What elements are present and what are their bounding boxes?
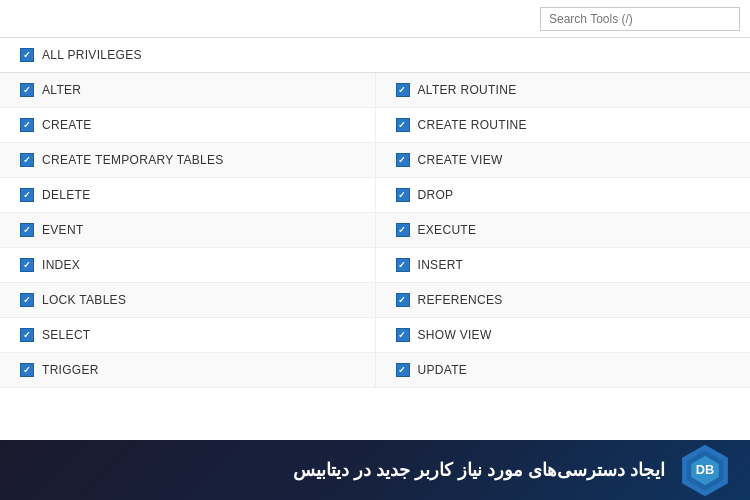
privilege-name-right-2: CREATE VIEW [418, 153, 503, 167]
bottom-banner: ایجاد دسترسی‌های مورد نیاز کاربر جدید در… [0, 440, 750, 500]
privilege-checkbox-label-left-8[interactable]: TRIGGER [20, 363, 355, 377]
privilege-checkbox-label-left-3[interactable]: DELETE [20, 188, 355, 202]
table-row: CREATE CREATE ROUTINE [0, 108, 750, 143]
privilege-checkbox-label-right-2[interactable]: CREATE VIEW [396, 153, 731, 167]
privilege-name-left-5: INDEX [42, 258, 80, 272]
privilege-cell-right: UPDATE [375, 353, 750, 388]
checkbox-icon-right-6 [396, 293, 410, 307]
privilege-name-left-1: CREATE [42, 118, 92, 132]
checkbox-icon-right-2 [396, 153, 410, 167]
privilege-table: ALTER ALTER ROUTINE CREATE CREATE ROUTIN… [0, 73, 750, 388]
privilege-cell-right: EXECUTE [375, 213, 750, 248]
privilege-name-left-7: SELECT [42, 328, 90, 342]
privilege-cell-right: CREATE VIEW [375, 143, 750, 178]
privilege-name-right-0: ALTER ROUTINE [418, 83, 517, 97]
privilege-checkbox-label-right-8[interactable]: UPDATE [396, 363, 731, 377]
table-row: SELECT SHOW VIEW [0, 318, 750, 353]
privilege-checkbox-label-right-6[interactable]: REFERENCES [396, 293, 731, 307]
privilege-cell-left: CREATE TEMPORARY TABLES [0, 143, 375, 178]
all-privileges-row: ALL PRIVILEGES [0, 38, 750, 73]
checkbox-icon-right-7 [396, 328, 410, 342]
privilege-cell-left: ALTER [0, 73, 375, 108]
checkbox-icon-left-0 [20, 83, 34, 97]
privilege-name-left-8: TRIGGER [42, 363, 99, 377]
privilege-cell-left: TRIGGER [0, 353, 375, 388]
privilege-name-right-3: DROP [418, 188, 454, 202]
table-row: TRIGGER UPDATE [0, 353, 750, 388]
checkbox-icon-right-5 [396, 258, 410, 272]
privilege-cell-left: SELECT [0, 318, 375, 353]
checkbox-icon-left-5 [20, 258, 34, 272]
privilege-checkbox-label-right-4[interactable]: EXECUTE [396, 223, 731, 237]
checkbox-icon-left-4 [20, 223, 34, 237]
privilege-checkbox-label-left-5[interactable]: INDEX [20, 258, 355, 272]
privilege-cell-left: CREATE [0, 108, 375, 143]
privilege-checkbox-label-right-1[interactable]: CREATE ROUTINE [396, 118, 731, 132]
table-row: ALTER ALTER ROUTINE [0, 73, 750, 108]
privilege-cell-left: LOCK TABLES [0, 283, 375, 318]
all-privileges-checkbox-label[interactable]: ALL PRIVILEGES [20, 48, 730, 62]
privilege-cell-left: INDEX [0, 248, 375, 283]
table-row: DELETE DROP [0, 178, 750, 213]
privilege-checkbox-label-right-0[interactable]: ALTER ROUTINE [396, 83, 731, 97]
privilege-cell-right: SHOW VIEW [375, 318, 750, 353]
privilege-checkbox-label-left-2[interactable]: CREATE TEMPORARY TABLES [20, 153, 355, 167]
checkbox-icon-left-2 [20, 153, 34, 167]
privilege-name-right-6: REFERENCES [418, 293, 503, 307]
privilege-checkbox-label-left-1[interactable]: CREATE [20, 118, 355, 132]
checkbox-icon-left-1 [20, 118, 34, 132]
privilege-cell-left: DELETE [0, 178, 375, 213]
privilege-checkbox-label-right-3[interactable]: DROP [396, 188, 731, 202]
privilege-checkbox-label-left-6[interactable]: LOCK TABLES [20, 293, 355, 307]
privilege-cell-right: REFERENCES [375, 283, 750, 318]
main-content: ALL PRIVILEGES ALTER ALTER ROUTINE CREAT… [0, 38, 750, 440]
checkbox-icon-right-4 [396, 223, 410, 237]
banner-logo-icon: DB [675, 443, 735, 498]
privilege-name-left-6: LOCK TABLES [42, 293, 126, 307]
all-privileges-label: ALL PRIVILEGES [42, 48, 142, 62]
banner-text: ایجاد دسترسی‌های مورد نیاز کاربر جدید در… [20, 459, 665, 481]
privilege-cell-left: EVENT [0, 213, 375, 248]
checkbox-icon-left-8 [20, 363, 34, 377]
privilege-cell-right: INSERT [375, 248, 750, 283]
table-row: CREATE TEMPORARY TABLES CREATE VIEW [0, 143, 750, 178]
privilege-name-left-0: ALTER [42, 83, 81, 97]
privilege-name-right-1: CREATE ROUTINE [418, 118, 527, 132]
top-bar [0, 0, 750, 38]
checkbox-icon-right-0 [396, 83, 410, 97]
checkbox-icon-right-8 [396, 363, 410, 377]
privilege-checkbox-label-right-7[interactable]: SHOW VIEW [396, 328, 731, 342]
checkbox-icon-left-6 [20, 293, 34, 307]
privilege-name-right-8: UPDATE [418, 363, 468, 377]
search-input[interactable] [540, 7, 740, 31]
table-row: EVENT EXECUTE [0, 213, 750, 248]
table-row: INDEX INSERT [0, 248, 750, 283]
privilege-checkbox-label-right-5[interactable]: INSERT [396, 258, 731, 272]
privilege-cell-right: DROP [375, 178, 750, 213]
privilege-checkbox-label-left-0[interactable]: ALTER [20, 83, 355, 97]
privilege-cell-right: CREATE ROUTINE [375, 108, 750, 143]
all-privileges-checkbox-icon [20, 48, 34, 62]
privilege-name-right-5: INSERT [418, 258, 464, 272]
privilege-name-left-2: CREATE TEMPORARY TABLES [42, 153, 224, 167]
privilege-checkbox-label-left-7[interactable]: SELECT [20, 328, 355, 342]
checkbox-icon-right-1 [396, 118, 410, 132]
privilege-name-left-4: EVENT [42, 223, 84, 237]
checkbox-icon-right-3 [396, 188, 410, 202]
privilege-cell-right: ALTER ROUTINE [375, 73, 750, 108]
privilege-name-right-7: SHOW VIEW [418, 328, 492, 342]
privilege-checkbox-label-left-4[interactable]: EVENT [20, 223, 355, 237]
table-row: LOCK TABLES REFERENCES [0, 283, 750, 318]
checkbox-icon-left-3 [20, 188, 34, 202]
privilege-name-left-3: DELETE [42, 188, 90, 202]
svg-text:DB: DB [696, 462, 715, 477]
checkbox-icon-left-7 [20, 328, 34, 342]
privilege-name-right-4: EXECUTE [418, 223, 477, 237]
